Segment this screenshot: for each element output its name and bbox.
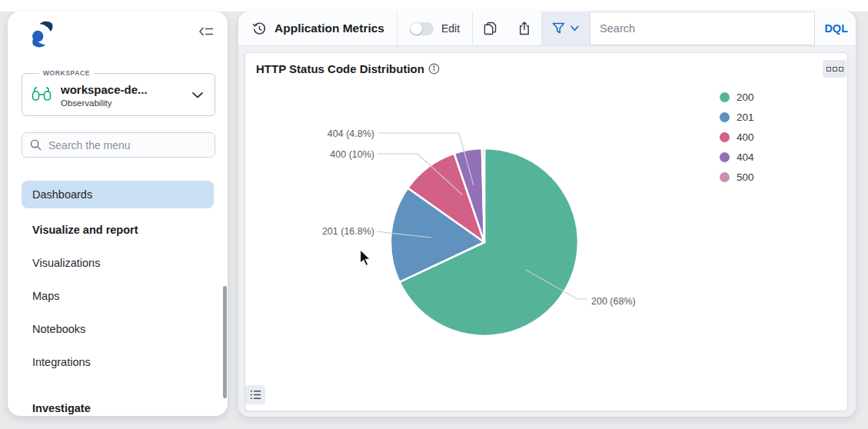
chart-legend: 200201400404500 bbox=[720, 87, 754, 187]
edit-toggle-label: Edit bbox=[441, 22, 460, 35]
legend-item-200[interactable]: 200 bbox=[720, 87, 754, 107]
filter-button[interactable] bbox=[542, 12, 590, 45]
legend-label: 500 bbox=[737, 171, 754, 183]
chevron-down-icon bbox=[191, 88, 204, 102]
topbar: Application Metrics Edit bbox=[238, 12, 856, 46]
main-window: Application Metrics Edit bbox=[238, 12, 856, 417]
slice-label: 201 (16.8%) bbox=[322, 226, 374, 237]
legend-label: 400 bbox=[737, 131, 754, 143]
sidebar-item-integrations[interactable]: Integrations bbox=[23, 348, 214, 376]
query-language-selector[interactable]: DQL bbox=[815, 22, 856, 35]
sidebar-scrollbar[interactable] bbox=[223, 286, 227, 398]
legend-item-400[interactable]: 400 bbox=[720, 127, 754, 147]
legend-item-500[interactable]: 500 bbox=[720, 167, 754, 187]
sidebar-item-visualize-and-report[interactable]: Visualize and report bbox=[23, 216, 214, 244]
filter-funnel-icon bbox=[552, 22, 565, 35]
slice-label: 400 (10%) bbox=[330, 149, 374, 160]
sidebar-item-visualizations[interactable]: Visualizations bbox=[23, 249, 214, 277]
legend-swatch bbox=[720, 92, 730, 102]
edit-toggle[interactable] bbox=[410, 22, 434, 35]
list-icon bbox=[250, 390, 261, 400]
legend-swatch bbox=[720, 152, 730, 162]
legend-item-201[interactable]: 201 bbox=[720, 107, 754, 127]
binoculars-icon bbox=[32, 86, 52, 105]
copy-icon bbox=[484, 22, 497, 35]
legend-swatch bbox=[720, 172, 730, 182]
chevron-down-icon bbox=[570, 25, 580, 32]
window-top-strip bbox=[0, 0, 868, 12]
share-icon bbox=[518, 22, 530, 35]
search-icon bbox=[30, 139, 42, 151]
opensearch-logo-icon bbox=[28, 20, 57, 49]
sidebar-collapse-button[interactable] bbox=[197, 24, 217, 41]
workspace-name: workspace-de... bbox=[61, 83, 191, 96]
sidebar-header bbox=[8, 12, 228, 56]
sidebar-search-input[interactable] bbox=[48, 139, 202, 151]
slice-label: 404 (4.8%) bbox=[328, 128, 374, 139]
legend-label: 200 bbox=[737, 91, 754, 103]
legend-swatch bbox=[720, 132, 730, 142]
slice-label: 200 (68%) bbox=[591, 296, 636, 307]
workspace-legend-label: WORKSPACE bbox=[39, 69, 94, 77]
duplicate-button[interactable] bbox=[473, 12, 507, 45]
sidebar-item-maps[interactable]: Maps bbox=[23, 282, 214, 310]
chart-panel: HTTP Status Code Distribution 404 (4.8%)… bbox=[244, 52, 848, 411]
legend-label: 404 bbox=[737, 151, 754, 163]
workspace-text: workspace-de... Observability bbox=[61, 83, 191, 108]
pie-chart[interactable]: 404 (4.8%)400 (10%)201 (16.8%)200 (68%) bbox=[245, 53, 849, 412]
sidebar: WORKSPACE workspace-de... Observability … bbox=[8, 12, 228, 416]
sidebar-item-investigate[interactable]: Investigate bbox=[23, 394, 214, 416]
edit-toggle-group: Edit bbox=[397, 12, 472, 45]
workspace-type: Observability bbox=[61, 98, 191, 108]
share-button[interactable] bbox=[507, 12, 541, 45]
legend-item-404[interactable]: 404 bbox=[720, 147, 754, 167]
sidebar-item-dashboards[interactable]: Dashboards bbox=[22, 181, 214, 208]
legend-label: 201 bbox=[737, 111, 754, 123]
sidebar-search[interactable] bbox=[22, 132, 215, 158]
sidebar-item-notebooks[interactable]: Notebooks bbox=[23, 315, 214, 343]
recent-history-icon[interactable] bbox=[252, 22, 267, 36]
sidebar-nav: DashboardsVisualize and reportVisualizat… bbox=[8, 181, 228, 416]
page-title: Application Metrics bbox=[274, 22, 384, 35]
legend-toggle-button[interactable] bbox=[245, 385, 265, 404]
legend-swatch bbox=[720, 112, 730, 122]
workspace-selector[interactable]: WORKSPACE workspace-de... Observability bbox=[22, 73, 215, 116]
query-search-input[interactable] bbox=[590, 12, 815, 45]
